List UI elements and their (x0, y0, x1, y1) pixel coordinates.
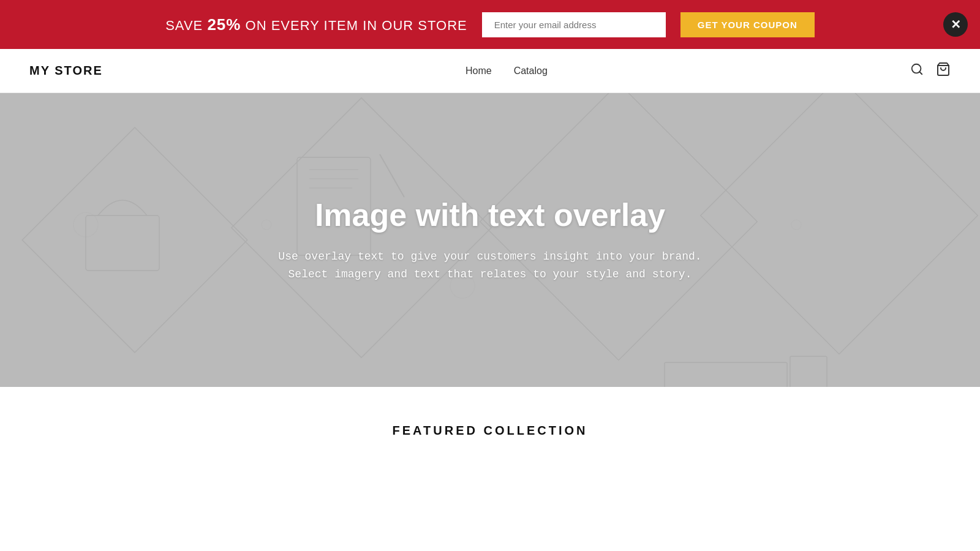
close-button[interactable]: ✕ (943, 12, 968, 37)
announcement-bar: SAVE 25% ON EVERY ITEM IN OUR STORE GET … (0, 0, 980, 49)
main-nav: Home Catalog (466, 66, 548, 77)
site-logo[interactable]: MY STORE (29, 64, 103, 78)
hero-subtitle: Use overlay text to give your customers … (278, 248, 701, 283)
search-button[interactable] (910, 62, 924, 80)
nav-catalog[interactable]: Catalog (514, 66, 548, 77)
hero-overlay: Image with text overlay Use overlay text… (254, 197, 726, 283)
site-header: MY STORE Home Catalog (0, 49, 980, 93)
promo-text: SAVE 25% ON EVERY ITEM IN OUR STORE (165, 15, 467, 34)
svg-line-1 (919, 72, 922, 74)
cart-button[interactable] (936, 62, 951, 80)
featured-section: FEATURED COLLECTION (0, 387, 980, 462)
close-icon: ✕ (951, 17, 961, 32)
cart-icon (936, 64, 951, 80)
coupon-button[interactable]: GET YOUR COUPON (680, 12, 815, 37)
hero-section: Image with text overlay Use overlay text… (0, 93, 980, 387)
search-icon (910, 64, 924, 79)
email-input[interactable] (482, 12, 666, 37)
nav-home[interactable]: Home (466, 66, 492, 77)
hero-title: Image with text overlay (278, 197, 701, 233)
header-actions (910, 62, 951, 80)
featured-title: FEATURED COLLECTION (29, 424, 951, 438)
